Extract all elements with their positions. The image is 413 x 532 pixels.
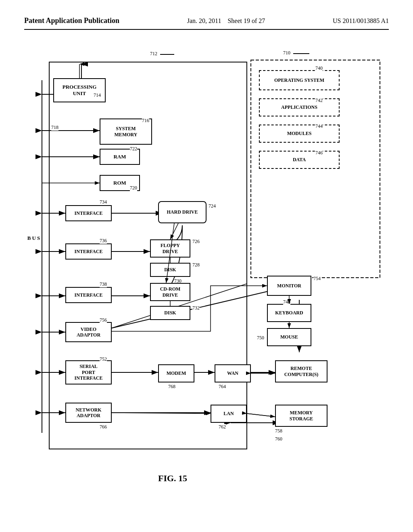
page: Patent Application Publication Jan. 20, … xyxy=(0,0,413,532)
ref-738: 738 xyxy=(100,281,107,287)
ref-720: 720 xyxy=(130,185,137,191)
ref-760: 760 xyxy=(275,436,282,442)
cdrom-disk-box: DISK xyxy=(150,306,190,320)
applications-box: APPLICATIONS xyxy=(259,98,340,116)
memory-storage-box: MEMORY STORAGE xyxy=(275,405,327,427)
svg-line-56 xyxy=(247,414,275,417)
cdrom-drive-box: CD-ROM DRIVE xyxy=(150,283,190,301)
ref-724: 724 xyxy=(209,203,216,209)
interface1-box: INTERFACE xyxy=(65,205,112,221)
interface2-box: INTERFACE xyxy=(65,243,112,260)
mouse-box: MOUSE xyxy=(267,328,311,346)
monitor-box: MONITOR xyxy=(267,276,311,296)
interface3-box: INTERFACE xyxy=(65,287,112,303)
ref-710-line xyxy=(293,53,309,54)
ref-766: 766 xyxy=(100,424,107,430)
data-box: DATA xyxy=(259,151,340,169)
ref-728: 728 xyxy=(192,262,200,268)
bus-label: BUS xyxy=(27,235,41,241)
remote-computers-box: REMOTE COMPUTER(S) xyxy=(275,360,327,382)
floppy-drive-box: FLOPPY DRIVE xyxy=(150,239,190,258)
svg-line-58 xyxy=(112,413,211,414)
patent-number: US 2011/0013885 A1 xyxy=(333,17,389,24)
svg-rect-6 xyxy=(251,60,380,278)
modules-box: MODULES xyxy=(259,125,340,143)
publication-date: Jan. 20, 2011 xyxy=(187,17,221,24)
ref-716: 716 xyxy=(142,118,149,124)
ref-734: 734 xyxy=(100,199,107,205)
ref-740: 740 xyxy=(315,65,323,71)
header: Patent Application Publication Jan. 20, … xyxy=(24,16,389,30)
ref-722: 722 xyxy=(130,146,137,152)
ref-762: 762 xyxy=(219,424,226,430)
processing-unit-box: PROCESSING UNIT xyxy=(53,78,106,102)
ref-746: 746 xyxy=(315,150,323,156)
ref-748: 748 xyxy=(283,299,290,305)
ref-752: 752 xyxy=(100,356,107,362)
ref-750: 750 xyxy=(257,335,264,341)
header-right: US 2011/0013885 A1 xyxy=(333,16,389,26)
svg-line-45 xyxy=(170,223,178,239)
header-center: Jan. 20, 2011 Sheet 19 of 27 xyxy=(187,16,265,26)
ref-718: 718 xyxy=(51,125,58,131)
wan-box: WAN xyxy=(215,364,251,382)
ref-732: 732 xyxy=(192,305,200,311)
sheet-number: Sheet 19 of 27 xyxy=(227,17,265,24)
ref-736: 736 xyxy=(100,238,107,244)
ref-714: 714 xyxy=(94,92,101,98)
ref-768: 768 xyxy=(168,384,175,390)
network-adaptor-box: NETWORK ADAPTOR xyxy=(65,403,112,423)
ref-758: 758 xyxy=(275,428,282,434)
operating-system-box: OPERATING SYSTEM xyxy=(259,70,340,90)
ref-712: 712 xyxy=(150,51,157,57)
keyboard-box: KEYBOARD xyxy=(267,304,311,322)
ref-754: 754 xyxy=(313,276,321,282)
ref-742: 742 xyxy=(315,98,323,104)
serial-port-box: SERIAL PORT INTERFACE xyxy=(65,360,112,384)
video-adaptor-box: VIDEO ADAPTOR xyxy=(65,322,112,342)
floppy-disk-box: DISK xyxy=(150,263,190,277)
ref-726: 726 xyxy=(192,239,200,245)
ref-744: 744 xyxy=(315,123,323,129)
ref-710: 710 xyxy=(283,50,290,56)
ref-712-line xyxy=(160,54,174,55)
ref-764: 764 xyxy=(219,384,226,390)
publication-title: Patent Application Publication xyxy=(24,17,119,25)
modem-box: MODEM xyxy=(158,364,194,382)
figure-label: FIG. 15 xyxy=(158,473,187,484)
header-left: Patent Application Publication xyxy=(24,16,119,25)
hard-drive-box: HARD DRIVE xyxy=(158,201,206,223)
svg-line-57 xyxy=(247,414,275,417)
ref-756: 756 xyxy=(100,317,107,323)
lan-box: LAN xyxy=(211,405,247,423)
diagram-area: BUS 710 712 PROCESSING UNIT 714 SYSTEM M… xyxy=(25,38,388,501)
